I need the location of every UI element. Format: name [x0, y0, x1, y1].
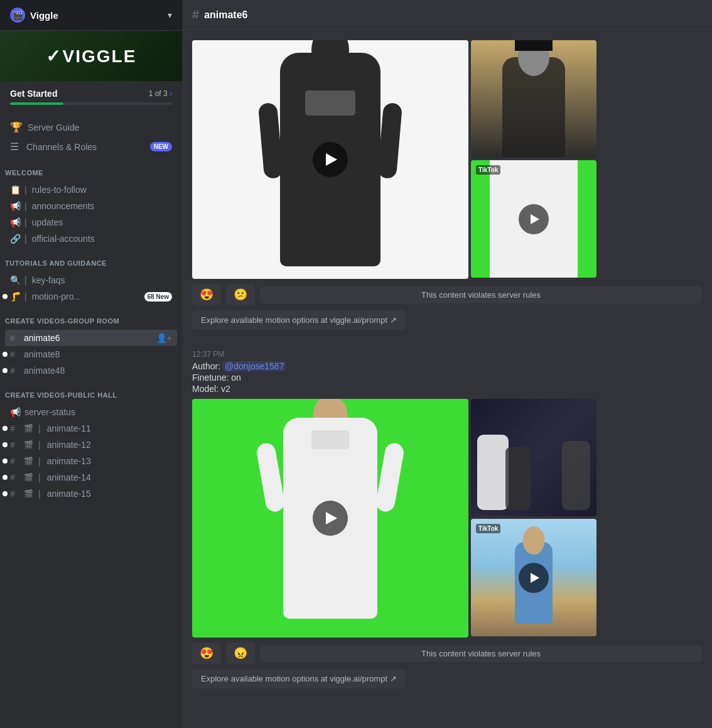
channels-roles-badge: NEW	[150, 142, 172, 151]
public-channels: 📢 server-status # 🎬 | animate-11 # 🎬 | a…	[0, 401, 182, 504]
channel-item-animate6[interactable]: # animate6 👤+	[5, 330, 177, 346]
viggle-logo: ✓VIGGLE	[46, 46, 137, 67]
section-welcome: WELCOME 📋 | rules-to-follow 📢 | announce…	[0, 159, 182, 249]
section-tutorials: TUTORIALS AND GUIDANCE 🔍 | key-faqs 🦵 | …	[0, 249, 182, 307]
channel-header: # animate6	[182, 0, 712, 30]
report-btn-2[interactable]: This content violates server rules	[260, 645, 702, 662]
channel-name-server-status: server-status	[24, 407, 172, 417]
unread-dot	[3, 294, 8, 299]
animate13-sub-icon: 🎬	[24, 457, 33, 465]
channel-item-server-status[interactable]: 📢 server-status	[5, 404, 177, 420]
channel-item-animate-15[interactable]: # 🎬 | animate-15	[5, 486, 177, 502]
channel-name-animate48: animate48	[24, 366, 172, 376]
tiktok-overlay-2: TikTok	[476, 524, 500, 533]
emoji-btn-angry-2[interactable]: 😠	[226, 643, 255, 664]
section-create-public: CREATE VIDEOS-PUBLIC HALL 📢 server-statu…	[0, 381, 182, 504]
section-create-group: CREATE VIDEOS-GROUP ROOM # animate6 👤+ #…	[0, 307, 182, 381]
main-video-1[interactable]	[192, 40, 468, 279]
sidebar-item-channels-roles[interactable]: ☰ Channels & Roles NEW	[5, 137, 177, 156]
add-user-icon[interactable]: 👤+	[156, 333, 172, 343]
explore-link-1[interactable]: Explore available motion options at vigg…	[192, 310, 406, 330]
animate15-sub-icon: 🎬	[24, 489, 33, 498]
message-meta-2: 12:37 PM Author: @donjose1587 Finetune: …	[192, 350, 702, 394]
play-button-1[interactable]	[313, 142, 348, 177]
channel-item-official-accounts[interactable]: 🔗 | official-accounts	[5, 231, 177, 247]
emoji-btn-love-2[interactable]: 😍	[192, 643, 221, 664]
channel-name-updates: updates	[32, 217, 172, 227]
thumb-1-1[interactable]	[471, 40, 596, 158]
media-grid-2: TikTok	[192, 399, 702, 638]
media-grid-1: TikTok	[192, 40, 702, 279]
play-button-thumb-2[interactable]	[519, 204, 549, 234]
section-header-create-public: CREATE VIDEOS-PUBLIC HALL	[0, 381, 182, 401]
server-name: Viggle	[30, 10, 58, 21]
animate12-hash-icon: #	[10, 440, 20, 450]
thumb-2-2[interactable]: TikTok	[471, 519, 596, 636]
server-header[interactable]: 🎬 Viggle ▾	[0, 0, 182, 31]
unread-dot-a12	[3, 442, 8, 447]
channel-item-animate-12[interactable]: # 🎬 | animate-12	[5, 437, 177, 453]
play-triangle-sm-icon-2	[531, 573, 539, 583]
progress-bar-bg	[10, 102, 172, 105]
updates-icon: 📢	[10, 217, 21, 227]
main-video-2[interactable]	[192, 399, 468, 638]
action-row-1: 😍 😕 This content violates server rules	[192, 284, 702, 305]
message-author-2: Author: @donjose1587	[192, 361, 702, 371]
report-btn-1[interactable]: This content violates server rules	[260, 286, 702, 303]
tutorials-channels: 🔍 | key-faqs 🦵 | motion-pro... 68 New	[0, 269, 182, 307]
messages-area[interactable]: TikTok 😍 😕 This content violates server …	[182, 30, 712, 728]
channel-item-announcements[interactable]: 📢 | announcements	[5, 198, 177, 214]
get-started-header: Get Started 1 of 3 ›	[10, 89, 172, 99]
section-header-tutorials: TUTORIALS AND GUIDANCE	[0, 249, 182, 269]
channel-item-animate-11[interactable]: # 🎬 | animate-11	[5, 420, 177, 437]
message-block-2: 12:37 PM Author: @donjose1587 Finetune: …	[192, 350, 702, 696]
message-block-1: TikTok 😍 😕 This content violates server …	[192, 40, 702, 337]
server-guide-icon: 🏆	[10, 121, 23, 133]
explore-link-2[interactable]: Explore available motion options at vigg…	[192, 669, 406, 688]
channel-name-rules: rules-to-follow	[32, 185, 172, 195]
server-icon: 🎬	[10, 8, 25, 23]
channel-item-animate-14[interactable]: # 🎬 | animate-14	[5, 469, 177, 486]
animate14-sub-icon: 🎬	[24, 473, 33, 482]
key-faqs-icon: 🔍	[10, 275, 21, 285]
tiktok-logo-2: TikTok	[476, 524, 500, 533]
author-mention-2[interactable]: @donjose1587	[223, 361, 286, 371]
get-started-count: 1 of 3 ›	[149, 89, 172, 98]
get-started-title: Get Started	[10, 89, 57, 99]
thumb-2-1[interactable]	[471, 399, 596, 516]
server-header-left: 🎬 Viggle	[10, 8, 58, 23]
animate11-sub-icon: 🎬	[24, 424, 33, 433]
group-channels: # animate6 👤+ # animate8 # animate48	[0, 327, 182, 381]
motion-pro-icon: 🦵	[10, 291, 21, 302]
animate11-hash-icon: #	[10, 423, 20, 433]
tan-thumb-img	[471, 40, 596, 158]
channel-header-name: animate6	[204, 9, 247, 21]
animate13-hash-icon: #	[10, 456, 20, 466]
channel-item-animate-13[interactable]: # 🎬 | animate-13	[5, 453, 177, 469]
play-triangle-icon	[326, 153, 337, 166]
play-button-2[interactable]	[313, 501, 348, 536]
play-button-thumb-2-2[interactable]	[519, 563, 549, 593]
channel-name-key-faqs: key-faqs	[32, 275, 172, 285]
channel-item-rules[interactable]: 📋 | rules-to-follow	[5, 182, 177, 198]
channel-name-animate-15: animate-15	[47, 489, 172, 499]
section-header-welcome: WELCOME	[0, 159, 182, 179]
viggle-banner: ✓VIGGLE	[0, 31, 182, 81]
channel-item-updates[interactable]: 📢 | updates	[5, 214, 177, 231]
emoji-btn-confused-1[interactable]: 😕	[226, 284, 255, 305]
play-triangle-sm-icon	[531, 214, 539, 224]
sidebar-item-server-guide[interactable]: 🏆 Server Guide	[5, 117, 177, 137]
channel-item-animate8[interactable]: # animate8	[5, 346, 177, 362]
thumb-1-2[interactable]: TikTok	[471, 160, 596, 278]
animate48-hash-icon: #	[10, 366, 20, 376]
get-started-section: Get Started 1 of 3 ›	[0, 81, 182, 115]
channel-name-animate-14: animate-14	[47, 472, 172, 482]
action-row-2: 😍 😠 This content violates server rules	[192, 643, 702, 664]
nav-section: 🏆 Server Guide ☰ Channels & Roles NEW	[0, 115, 182, 159]
channel-item-key-faqs[interactable]: 🔍 | key-faqs	[5, 272, 177, 288]
channel-item-animate48[interactable]: # animate48	[5, 362, 177, 379]
emoji-btn-love-1[interactable]: 😍	[192, 284, 221, 305]
channel-name-animate6: animate6	[24, 333, 153, 343]
channel-item-motion-pro[interactable]: 🦵 | motion-pro... 68 New	[5, 288, 177, 305]
main-content: # animate6	[182, 0, 712, 728]
